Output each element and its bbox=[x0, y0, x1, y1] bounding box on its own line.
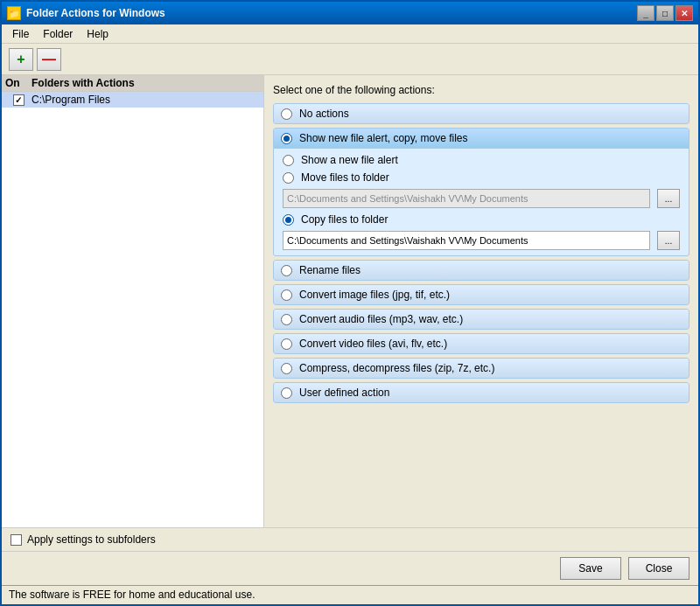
main-window: 📁 Folder Actions for Windows _ □ ✕ File … bbox=[0, 0, 700, 606]
action-compress-label: Compress, decompress files (zip, 7z, etc… bbox=[299, 362, 494, 374]
radio-convert-audio[interactable] bbox=[281, 314, 292, 325]
radio-convert-video[interactable] bbox=[281, 338, 292, 350]
add-button[interactable]: + bbox=[9, 48, 33, 71]
action-user-defined[interactable]: User defined action bbox=[273, 382, 690, 403]
radio-move-files[interactable] bbox=[283, 172, 294, 184]
radio-show-alert[interactable] bbox=[283, 155, 294, 166]
action-no-actions[interactable]: No actions bbox=[273, 103, 690, 124]
left-panel: On Folders with Actions C:\Program Files bbox=[2, 75, 264, 527]
radio-no-actions[interactable] bbox=[281, 108, 292, 120]
sub-row-copy-path: ... bbox=[283, 231, 680, 250]
label-copy-files: Copy files to folder bbox=[301, 213, 388, 226]
copy-path-input[interactable] bbox=[283, 231, 650, 250]
radio-compress[interactable] bbox=[281, 363, 292, 374]
action-rename[interactable]: Rename files bbox=[273, 260, 690, 281]
radio-rename[interactable] bbox=[281, 265, 292, 276]
sub-row-copy-files: Copy files to folder bbox=[283, 213, 680, 226]
action-row-no-actions: No actions bbox=[273, 103, 690, 124]
menu-folder[interactable]: Folder bbox=[36, 26, 80, 42]
left-header: On Folders with Actions bbox=[2, 75, 263, 92]
col-folders-header: Folders with Actions bbox=[32, 77, 260, 89]
action-convert-image[interactable]: Convert image files (jpg, tif, etc.) bbox=[273, 284, 690, 305]
sub-row-show-alert: Show a new file alert bbox=[283, 154, 680, 166]
action-row-show-new-alert-copy-move: Show new file alert, copy, move files Sh… bbox=[273, 128, 690, 256]
action-row-user-defined: User defined action bbox=[273, 382, 690, 403]
menu-bar: File Folder Help bbox=[2, 24, 698, 44]
action-convert-audio[interactable]: Convert audio files (mp3, wav, etc.) bbox=[273, 309, 690, 330]
radio-copy-files[interactable] bbox=[283, 214, 294, 226]
action-row-compress: Compress, decompress files (zip, 7z, etc… bbox=[273, 358, 690, 379]
window-controls: _ □ ✕ bbox=[637, 5, 693, 21]
bottom-bar: Apply settings to subfolders bbox=[2, 527, 698, 551]
sub-panel-show-new-alert-copy-move: Show a new file alert Move files to fold… bbox=[273, 149, 690, 256]
minimize-button[interactable]: _ bbox=[637, 5, 654, 21]
radio-user-defined[interactable] bbox=[281, 387, 292, 399]
radio-convert-image[interactable] bbox=[281, 289, 292, 301]
folder-enabled-checkbox[interactable] bbox=[13, 94, 24, 106]
action-convert-audio-label: Convert audio files (mp3, wav, etc.) bbox=[299, 313, 463, 325]
right-panel: Select one of the following actions: No … bbox=[264, 75, 698, 527]
maximize-button[interactable]: □ bbox=[656, 5, 674, 21]
folder-checkbox-cell bbox=[5, 94, 32, 106]
menu-file[interactable]: File bbox=[5, 26, 36, 42]
save-button[interactable]: Save bbox=[560, 557, 621, 580]
action-convert-video-label: Convert video files (avi, flv, etc.) bbox=[299, 338, 447, 350]
remove-button[interactable]: — bbox=[37, 48, 61, 71]
copy-browse-button[interactable]: ... bbox=[657, 231, 680, 250]
menu-help[interactable]: Help bbox=[80, 26, 116, 42]
action-row-convert-video: Convert video files (avi, flv, etc.) bbox=[273, 333, 690, 354]
button-bar: Save Close bbox=[2, 551, 698, 585]
col-on-header: On bbox=[5, 77, 32, 89]
status-bar: The software is FREE for home and educat… bbox=[2, 585, 698, 604]
close-window-button[interactable]: ✕ bbox=[676, 5, 693, 21]
status-text: The software is FREE for home and educat… bbox=[9, 589, 255, 601]
action-show-new-alert-copy-move[interactable]: Show new file alert, copy, move files bbox=[273, 128, 690, 149]
title-bar: 📁 Folder Actions for Windows _ □ ✕ bbox=[2, 2, 698, 24]
move-browse-button[interactable]: ... bbox=[657, 189, 680, 208]
main-content: On Folders with Actions C:\Program Files… bbox=[2, 75, 698, 527]
window-icon: 📁 bbox=[7, 6, 21, 20]
toolbar: + — bbox=[2, 44, 698, 75]
list-item[interactable]: C:\Program Files bbox=[2, 92, 263, 108]
sub-row-move-files: Move files to folder bbox=[283, 171, 680, 184]
close-button[interactable]: Close bbox=[628, 557, 690, 580]
action-row-convert-audio: Convert audio files (mp3, wav, etc.) bbox=[273, 309, 690, 330]
action-no-actions-label: No actions bbox=[299, 108, 349, 120]
sub-row-move-path: ... bbox=[283, 189, 680, 208]
actions-title: Select one of the following actions: bbox=[273, 84, 690, 96]
radio-show-new-alert-copy-move[interactable] bbox=[281, 133, 292, 144]
action-convert-video[interactable]: Convert video files (avi, flv, etc.) bbox=[273, 333, 690, 354]
folder-path: C:\Program Files bbox=[32, 94, 260, 106]
label-move-files: Move files to folder bbox=[301, 171, 389, 184]
action-row-convert-image: Convert image files (jpg, tif, etc.) bbox=[273, 284, 690, 305]
apply-checkbox-row: Apply settings to subfolders bbox=[10, 533, 156, 546]
action-row-rename: Rename files bbox=[273, 260, 690, 281]
action-user-defined-label: User defined action bbox=[299, 387, 389, 399]
window-title: Folder Actions for Windows bbox=[26, 7, 637, 19]
apply-subfolders-label: Apply settings to subfolders bbox=[27, 533, 156, 546]
apply-subfolders-checkbox[interactable] bbox=[10, 534, 22, 546]
label-show-alert: Show a new file alert bbox=[301, 154, 398, 166]
move-path-input[interactable] bbox=[283, 189, 650, 208]
action-compress[interactable]: Compress, decompress files (zip, 7z, etc… bbox=[273, 358, 690, 379]
action-show-new-alert-copy-move-label: Show new file alert, copy, move files bbox=[299, 132, 468, 144]
folder-list: C:\Program Files bbox=[2, 92, 263, 527]
action-rename-label: Rename files bbox=[299, 264, 360, 276]
action-convert-image-label: Convert image files (jpg, tif, etc.) bbox=[299, 289, 450, 301]
